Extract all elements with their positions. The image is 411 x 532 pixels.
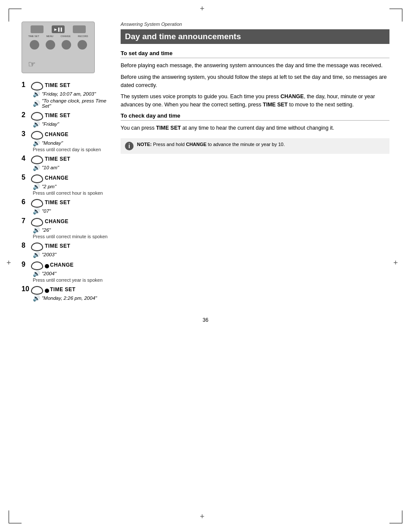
voice-text: "To change clock, press Time Set" [42, 98, 108, 109]
speaker-icon: 🔊 [33, 208, 40, 215]
note-text: Press and hold CHANGE to advance the min… [153, 142, 285, 147]
device-image: ▶▐▐ TIME SET MENU CHANGE RECORD [22, 22, 95, 73]
set-day-time-heading: To set day and time [121, 50, 389, 58]
step-label: CHANGE [45, 131, 68, 137]
step-note: Press until correct minute is spoken [33, 234, 108, 239]
step-7: 7CHANGE🔊"26"Press until correct minute i… [22, 217, 108, 239]
check-day-time-heading: To check day and time [121, 112, 389, 121]
btn-group [30, 40, 39, 50]
step-number: 2 [22, 111, 31, 119]
step-content: CHANGE🔊"Monday"Press until correct day i… [31, 130, 108, 152]
circle-btn-2 [46, 40, 55, 50]
step-number: 7 [22, 217, 31, 225]
step-action-line: TIME SET [31, 111, 108, 120]
button-icon [31, 131, 43, 140]
step-action-line: TIME SET [31, 242, 108, 250]
page-number: 36 [22, 317, 389, 323]
step-number: 8 [22, 242, 31, 249]
step-label: CHANGE [45, 218, 68, 224]
circle-btn-1 [30, 40, 39, 50]
step-3: 3CHANGE🔊"Monday"Press until correct day … [22, 130, 108, 152]
step-label: TIME SET [45, 112, 70, 118]
step-number: 5 [22, 174, 31, 181]
step-number: 1 [22, 81, 31, 89]
step-voice: 🔊"26" [33, 227, 108, 233]
step-voice: 🔊"Friday, 10:07 am, 2003" [33, 90, 108, 97]
main-content: ▶▐▐ TIME SET MENU CHANGE RECORD [22, 22, 389, 304]
step-note: Press until correct hour is spoken [33, 190, 108, 196]
note-label: NOTE: [137, 142, 153, 147]
step-content: CHANGE🔊"2004"Press until correct year is… [31, 261, 108, 283]
speaker-icon: 🔊 [33, 164, 40, 171]
body-text-4: You can press TIME SET at any time to he… [121, 124, 389, 132]
step-number: 9 [22, 261, 31, 268]
voice-text: "Monday, 2:26 pm, 2004" [42, 296, 97, 301]
step-action-line: TIME SET [31, 81, 108, 90]
voice-text: "07" [42, 208, 51, 214]
step-label: TIME SET [45, 156, 70, 162]
step-voice: 🔊"Monday, 2:26 pm, 2004" [33, 295, 108, 302]
label-change: CHANGE [60, 35, 71, 37]
step-label: TIME SET [50, 286, 75, 292]
speaker-icon: 🔊 [33, 251, 40, 258]
skip-btn [73, 25, 86, 33]
btn-group-3 [62, 40, 71, 50]
body-text-2: Before using the answering system, you s… [121, 73, 389, 90]
step-label: CHANGE [50, 262, 74, 268]
step-9: 9CHANGE🔊"2004"Press until correct year i… [22, 261, 108, 283]
button-icon [31, 218, 43, 227]
speaker-icon: 🔊 [33, 121, 40, 128]
note-content: NOTE: Press and hold CHANGE to advance t… [137, 142, 285, 147]
speaker-icon: 🔊 [33, 227, 40, 233]
device-bottom-buttons [22, 37, 94, 53]
label-time-set: TIME SET [28, 35, 39, 37]
right-column: Answering System Operation Day and time … [121, 22, 389, 304]
step-voice: 🔊"2004" [33, 270, 108, 277]
step-label: TIME SET [45, 243, 70, 249]
crosshair-right [395, 263, 402, 270]
voice-text: "Friday" [42, 121, 59, 127]
speaker-icon: 🔊 [33, 90, 40, 97]
crosshair-bottom [202, 516, 209, 523]
step-2: 2TIME SET🔊"Friday" [22, 111, 108, 128]
step-content: TIME SET🔊"Friday, 10:07 am, 2003"🔊"To ch… [31, 81, 108, 109]
step-voice: 🔊"Monday" [33, 140, 108, 146]
step-note: Press until correct year is spoken [33, 277, 108, 283]
button-icon [31, 286, 43, 295]
circle-btn-4 [78, 40, 87, 50]
step-action-line: CHANGE [31, 261, 108, 269]
body-text-1: Before playing each message, the answeri… [121, 62, 389, 70]
info-icon: i [125, 142, 134, 150]
repeat-btn [31, 25, 44, 33]
step-number: 4 [22, 155, 31, 162]
step-voice: 🔊"07" [33, 208, 108, 215]
speaker-icon: 🔊 [33, 140, 40, 146]
voice-text: "Monday" [42, 140, 63, 146]
crosshair-left [9, 263, 16, 270]
step-voice: 🔊"Friday" [33, 121, 108, 128]
step-action-line: TIME SET [31, 155, 108, 163]
voice-text: "10 am" [42, 165, 59, 170]
step-content: TIME SET🔊"Friday" [31, 111, 108, 128]
step-10: 10TIME SET🔊"Monday, 2:26 pm, 2004" [22, 285, 108, 302]
voice-text: "Friday, 10:07 am, 2003" [42, 91, 96, 96]
voice-text: "2004" [42, 271, 56, 276]
step-content: TIME SET🔊"2003" [31, 242, 108, 258]
crosshair-top [202, 9, 209, 16]
corner-mark-tr [389, 9, 402, 22]
label-record: RECORD [78, 35, 88, 37]
speaker-icon: 🔊 [33, 183, 40, 190]
step-action-line: CHANGE [31, 217, 108, 226]
btn-group-2 [46, 40, 55, 50]
voice-text: "2 pm" [42, 184, 56, 189]
hand-icon: ☞ [28, 59, 36, 69]
step-content: TIME SET🔊"Monday, 2:26 pm, 2004" [31, 285, 108, 302]
step-action-line: CHANGE [31, 174, 108, 182]
btn-group-4 [78, 40, 87, 50]
button-icon [31, 156, 43, 164]
voice-text: "26" [42, 227, 51, 233]
step-content: TIME SET🔊"07" [31, 198, 108, 215]
step-1: 1TIME SET🔊"Friday, 10:07 am, 2003"🔊"To c… [22, 81, 108, 109]
speaker-icon: 🔊 [33, 270, 40, 277]
corner-mark-br [389, 510, 402, 523]
